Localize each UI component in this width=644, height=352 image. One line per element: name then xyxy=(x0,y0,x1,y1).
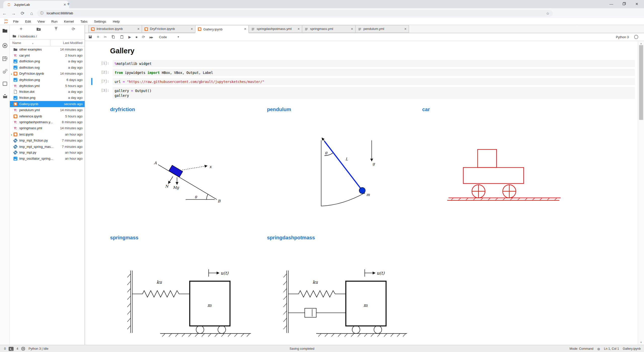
menu-file[interactable]: File xyxy=(10,20,22,23)
cut-cells-icon[interactable]: ✂ xyxy=(104,35,107,39)
browser-tab-close-icon[interactable]: ✕ xyxy=(63,3,66,7)
kernel-status-icon[interactable] xyxy=(634,35,638,39)
code-cell[interactable]: [1]:%matplotlib widget xyxy=(91,60,635,67)
breadcrumb[interactable]: / notebooks / xyxy=(10,33,85,39)
doc-tab[interactable]: springmass.yml✕ xyxy=(302,25,356,33)
command-mode-indicator[interactable]: Mode: Command xyxy=(570,347,593,351)
file-row[interactable]: ●Gallery.ipynbseconds ago xyxy=(10,101,85,107)
file-row[interactable]: tmp_mpl.pyan hour ago xyxy=(10,150,85,156)
kernel-status-text[interactable]: Python 3 | Idle xyxy=(28,347,48,351)
gallery-link-springdashpotmass[interactable]: springdashpotmass xyxy=(267,235,315,241)
back-icon[interactable]: ← xyxy=(0,11,9,16)
menu-tabs[interactable]: Tabs xyxy=(77,20,91,23)
scroll-up-icon[interactable]: ▲ xyxy=(638,42,644,45)
column-last-modified[interactable]: Last Modified xyxy=(50,40,85,46)
cell-type-dropdown[interactable]: Code xyxy=(159,35,167,39)
file-row[interactable]: dotfriction.svga day ago xyxy=(10,65,85,71)
file-row[interactable]: friction.dota day ago xyxy=(10,89,85,95)
file-row[interactable]: dryfriction.png6 days ago xyxy=(10,77,85,83)
cell-input[interactable]: from ipywidgets import HBox, VBox, Outpu… xyxy=(112,69,635,76)
sidebar-tab-property-inspector[interactable] xyxy=(2,69,8,74)
active-file-name[interactable]: Gallery.ipynb xyxy=(623,347,640,351)
menu-kernel[interactable]: Kernel xyxy=(61,20,77,23)
file-list-header[interactable]: Name ▲ Last Modified xyxy=(10,39,85,47)
file-row[interactable]: Y:car.yml2 hours ago xyxy=(10,53,85,59)
terminals-count[interactable]: 0 xyxy=(4,347,6,351)
menu-view[interactable]: View xyxy=(34,20,48,23)
file-row[interactable]: other examples14 minutes ago xyxy=(10,46,85,52)
doc-tab-close-icon[interactable]: ✕ xyxy=(137,27,140,31)
refresh-button[interactable]: ⟳ xyxy=(71,26,76,31)
terminal-icon[interactable]: $_ xyxy=(9,347,14,351)
gallery-link-dryfriction[interactable]: dryfriction xyxy=(110,107,135,112)
kernels-count[interactable]: 4 xyxy=(17,347,18,351)
cell-input[interactable]: %matplotlib widget xyxy=(112,60,635,67)
browser-tab[interactable]: JupyterLab ✕ xyxy=(3,1,69,8)
scroll-down-icon[interactable]: ▼ xyxy=(638,341,644,344)
doc-tab-close-icon[interactable]: ✕ xyxy=(297,27,300,31)
file-row[interactable]: Y:springmass.yml14 minutes ago xyxy=(10,125,85,131)
doc-tab-close-icon[interactable]: ✕ xyxy=(404,27,407,31)
file-row[interactable]: friction.pnga day ago xyxy=(10,95,85,101)
new-folder-button[interactable] xyxy=(36,26,41,31)
doc-tab[interactable]: DryFriction.ipynb✕ xyxy=(142,25,195,33)
copy-cells-icon[interactable] xyxy=(111,35,115,39)
bookmark-star-icon[interactable]: ☆ xyxy=(546,11,549,15)
paste-cells-icon[interactable] xyxy=(120,35,124,39)
home-icon[interactable]: ⌂ xyxy=(27,11,36,16)
forward-icon[interactable]: → xyxy=(9,11,18,16)
site-info-icon[interactable]: ⓘ xyxy=(40,11,44,16)
menu-help[interactable]: Help xyxy=(109,20,123,23)
kernel-name[interactable]: Python 3 xyxy=(616,35,629,39)
run-all-icon[interactable]: ▶▶ xyxy=(149,35,153,39)
upload-button[interactable] xyxy=(53,26,59,31)
file-row[interactable]: tmp_mpl_spring_mas...7 minutes ago xyxy=(10,144,85,150)
trust-shield-icon[interactable]: ⊗ xyxy=(597,347,600,351)
scrollbar-thumb[interactable] xyxy=(639,45,643,120)
file-row[interactable]: tmp_mpl_friction.py7 minutes ago xyxy=(10,138,85,144)
file-row[interactable]: reference.ipynb5 hours ago xyxy=(10,113,85,119)
reload-icon[interactable]: ⟳ xyxy=(18,11,27,16)
doc-tab-close-icon[interactable]: ✕ xyxy=(191,27,193,31)
run-cell-icon[interactable]: ▶ xyxy=(128,35,131,39)
doc-tab[interactable]: Introduction.ipynb✕ xyxy=(88,25,142,33)
file-row[interactable]: ●DryFriction.ipynb14 minutes ago xyxy=(10,71,85,77)
doc-tab[interactable]: Gallery.ipynb✕ xyxy=(195,25,249,33)
new-launcher-button[interactable]: + xyxy=(18,26,24,31)
window-close-button[interactable]: ✕ xyxy=(630,2,643,6)
code-cell[interactable]: [3]:gallery = Output()gallery xyxy=(91,87,635,99)
breadcrumb-path[interactable]: / notebooks / xyxy=(18,34,37,38)
gallery-link-springmass[interactable]: springmass xyxy=(110,235,139,241)
code-cell[interactable]: [7]:url = "https://raw.githubusercontent… xyxy=(91,78,635,85)
menu-run[interactable]: Run xyxy=(48,20,61,23)
sidebar-tab-extensions[interactable] xyxy=(2,93,8,99)
doc-tab-close-icon[interactable]: ✕ xyxy=(244,27,247,31)
menu-settings[interactable]: Settings xyxy=(91,20,109,23)
chevron-down-icon[interactable]: ▼ xyxy=(177,36,180,38)
address-bar[interactable]: ⓘ localhost:8888/lab ☆ xyxy=(37,10,553,17)
sidebar-tab-filebrowser[interactable] xyxy=(2,28,8,34)
add-cell-icon[interactable]: + xyxy=(97,35,99,39)
cell-input[interactable]: gallery = Output()gallery xyxy=(112,87,635,99)
gallery-link-pendulum[interactable]: pendulum xyxy=(267,107,291,112)
file-row[interactable]: Y:pendulum.yml14 minutes ago xyxy=(10,107,85,113)
cursor-position[interactable]: Ln 1, Col 1 xyxy=(604,347,619,351)
sidebar-tab-open-tabs[interactable] xyxy=(2,81,8,87)
doc-tab[interactable]: pendulum.yml✕ xyxy=(355,25,409,33)
file-row[interactable]: Y:dryfriction.yml5 hours ago xyxy=(10,83,85,89)
restart-kernel-icon[interactable]: ⟳ xyxy=(142,35,145,39)
doc-tab-close-icon[interactable]: ✕ xyxy=(351,27,353,31)
kernel-icon[interactable] xyxy=(21,346,26,351)
gallery-link-car[interactable]: car xyxy=(422,107,430,112)
cell-input[interactable]: url = "https://raw.githubusercontent.com… xyxy=(112,78,635,85)
window-maximize-button[interactable] xyxy=(618,2,630,6)
file-row[interactable]: Y:springdashpotmass.y...8 minutes ago xyxy=(10,119,85,125)
code-cell[interactable]: [2]:from ipywidgets import HBox, VBox, O… xyxy=(91,69,635,76)
file-row[interactable]: ●test.ipynban hour ago xyxy=(10,131,85,138)
menu-edit[interactable]: Edit xyxy=(22,20,34,23)
url-text[interactable]: localhost:8888/lab xyxy=(47,11,546,15)
notebook-scrollbar[interactable]: ▲ ▼ xyxy=(638,41,644,345)
new-tab-button[interactable]: + xyxy=(67,2,70,7)
doc-tab[interactable]: springdashpotmass.yml✕ xyxy=(249,25,302,33)
file-row[interactable]: tmp_oscillator_spring...an hour ago xyxy=(10,156,85,162)
